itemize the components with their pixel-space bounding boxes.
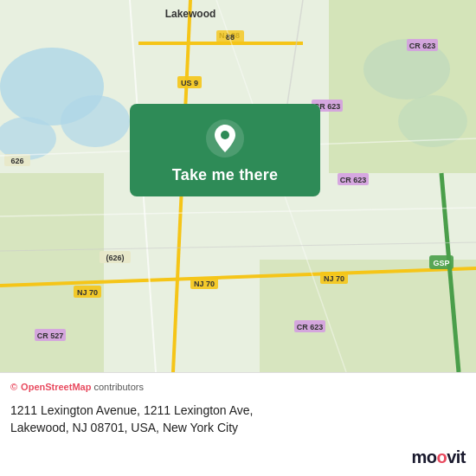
svg-text:CR 623: CR 623: [409, 42, 436, 50]
svg-point-2: [61, 95, 130, 147]
attribution-text: OpenStreetMap contributors: [21, 382, 144, 392]
svg-text:NJ 70: NJ 70: [77, 288, 98, 297]
osm-logo: ©: [10, 382, 17, 392]
svg-text:CR 527: CR 527: [37, 331, 64, 340]
attribution-row: © OpenStreetMap contributors: [10, 382, 466, 392]
address-text: 1211 Lexington Avenue, 1211 Lexington Av…: [10, 402, 466, 436]
svg-text:NJ 70: NJ 70: [194, 280, 215, 288]
moovit-logo-row: moovit: [10, 447, 466, 467]
attribution-suffix: contributors: [93, 382, 143, 392]
address-line1: 1211 Lexington Avenue, 1211 Lexington Av…: [10, 403, 254, 417]
map-container: NJ 88 88 US 9 NJ 70 NJ 70 NJ 70 CR 623 C…: [0, 0, 476, 372]
svg-text:Lakewood: Lakewood: [165, 8, 216, 20]
moovit-logo: moovit: [411, 447, 466, 467]
svg-text:GSP: GSP: [433, 259, 449, 267]
svg-text:CR 623: CR 623: [297, 323, 324, 331]
svg-point-48: [221, 131, 229, 139]
svg-rect-6: [329, 0, 476, 173]
svg-text:US 9: US 9: [181, 79, 198, 87]
location-pin-icon: [206, 119, 244, 158]
svg-rect-7: [0, 173, 104, 372]
svg-text:CR 623: CR 623: [340, 176, 367, 184]
take-me-there-button[interactable]: Take me there: [130, 104, 320, 196]
take-me-there-label: Take me there: [172, 166, 278, 184]
svg-text:626: 626: [10, 157, 23, 165]
svg-text:NJ 70: NJ 70: [324, 274, 344, 283]
address-line2: Lakewood, NJ 08701, USA, New York City: [10, 421, 238, 434]
info-bar: © OpenStreetMap contributors 1211 Lexing…: [0, 372, 476, 476]
svg-text:(626): (626): [106, 254, 124, 262]
